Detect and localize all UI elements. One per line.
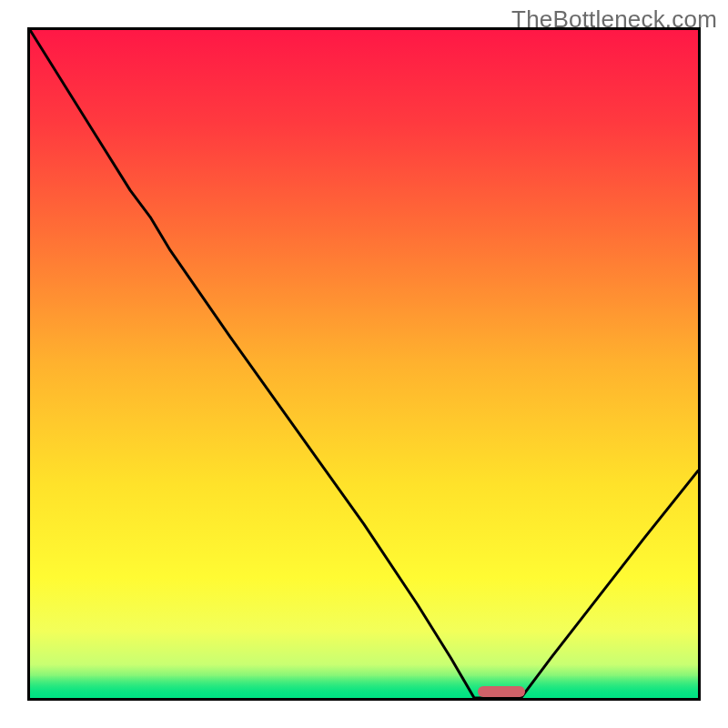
chart-canvas: TheBottleneck.com [0,0,728,728]
optimum-marker [478,686,525,697]
plot-area [27,27,701,701]
bottleneck-curve [30,30,698,698]
